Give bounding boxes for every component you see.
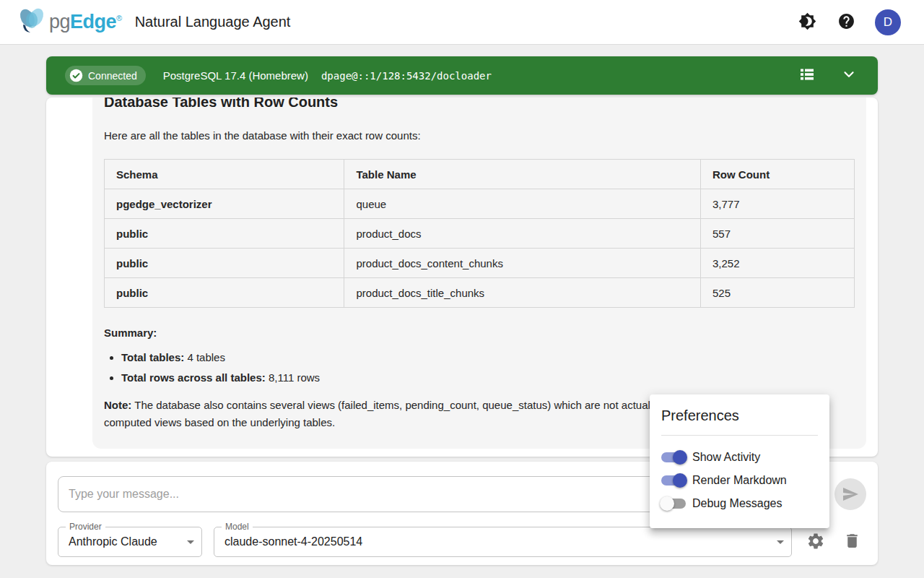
caret-down-icon: [187, 540, 194, 544]
pgedge-logo-mark: [16, 6, 48, 39]
table-name-cell: product_docs: [344, 219, 701, 249]
toggle-label: Debug Messages: [692, 497, 783, 510]
divider: [661, 435, 818, 436]
provider-select-value: Anthropic Claude: [69, 535, 157, 548]
app-header: pgEdge® Natural Language Agent D: [0, 0, 924, 45]
table-row: public product_docs_title_chunks 525: [105, 278, 855, 308]
model-select-value: claude-sonnet-4-20250514: [225, 535, 362, 548]
pgedge-logo: pgEdge®: [16, 6, 122, 39]
row-count-cell: 525: [700, 278, 854, 308]
check-circle-icon: [69, 69, 83, 82]
summary-heading: Summary:: [104, 327, 855, 339]
message-intro: Here are all the tables in the database …: [104, 128, 855, 143]
column-header-row-count: Row Count: [700, 160, 854, 189]
provider-select-label: Provider: [66, 522, 105, 532]
schema-cell: public: [105, 278, 344, 308]
pgedge-logo-text: pgEdge®: [49, 11, 122, 33]
preferences-title: Preferences: [661, 407, 818, 424]
row-count-cell: 3,777: [700, 189, 854, 219]
query-list-button[interactable]: [797, 66, 817, 86]
toggle-render-markdown[interactable]: Render Markdown: [661, 469, 818, 492]
toggle-switch[interactable]: [661, 473, 686, 488]
caret-down-icon: [777, 540, 784, 544]
summary-list: Total tables: 4 tables Total rows across…: [121, 348, 855, 388]
row-count-cell: 3,252: [700, 249, 854, 278]
trash-icon: [843, 532, 861, 552]
row-count-cell: 557: [700, 219, 854, 249]
gear-icon: [806, 532, 825, 553]
row-counts-table: Schema Table Name Row Count pgedge_vecto…: [104, 159, 855, 308]
preferences-popup: Preferences Show Activity Render Markdow…: [650, 394, 829, 528]
schema-cell: pgedge_vectorizer: [105, 189, 344, 219]
list-icon: [798, 66, 816, 85]
help-button[interactable]: [836, 12, 856, 33]
page-title: Natural Language Agent: [135, 14, 291, 30]
table-row: public product_docs_content_chunks 3,252: [105, 249, 855, 278]
send-button[interactable]: [834, 478, 866, 510]
table-row: public product_docs 557: [105, 219, 855, 249]
toggle-label: Show Activity: [692, 451, 760, 464]
connection-status-badge: Connected: [65, 66, 146, 85]
send-icon: [842, 486, 859, 503]
clear-chat-button[interactable]: [837, 527, 866, 556]
header-actions: D: [797, 9, 901, 35]
message-heading: Database Tables with Row Counts: [104, 98, 855, 112]
toggle-show-activity[interactable]: Show Activity: [661, 446, 818, 469]
dark-mode-icon: [798, 12, 816, 33]
collapse-connection-button[interactable]: [839, 66, 859, 86]
connection-string-text: dpage@::1/128:5432/docloader: [321, 70, 492, 82]
theme-toggle-button[interactable]: [797, 12, 817, 33]
help-icon: [837, 12, 855, 33]
chevron-down-icon: [841, 66, 857, 85]
table-name-cell: queue: [344, 189, 701, 219]
preferences-button[interactable]: [801, 527, 830, 556]
user-avatar[interactable]: D: [875, 9, 901, 35]
model-select[interactable]: Model claude-sonnet-4-20250514: [214, 527, 792, 557]
provider-select[interactable]: Provider Anthropic Claude: [58, 527, 202, 557]
toggle-debug-messages[interactable]: Debug Messages: [661, 492, 818, 515]
table-row: pgedge_vectorizer queue 3,777: [105, 189, 855, 219]
model-select-label: Model: [222, 522, 253, 532]
toggle-switch[interactable]: [661, 496, 686, 511]
table-name-cell: product_docs_content_chunks: [344, 249, 701, 278]
connection-status-text: Connected: [88, 70, 137, 82]
toggle-label: Render Markdown: [692, 474, 787, 487]
schema-cell: public: [105, 249, 344, 278]
connection-bar: Connected PostgreSQL 17.4 (Homebrew) dpa…: [46, 56, 878, 95]
server-version-text: PostgreSQL 17.4 (Homebrew): [163, 69, 308, 82]
column-header-table-name: Table Name: [344, 160, 701, 189]
list-item: Total tables: 4 tables: [121, 348, 855, 368]
table-name-cell: product_docs_title_chunks: [344, 278, 701, 308]
table-header-row: Schema Table Name Row Count: [105, 160, 855, 189]
schema-cell: public: [105, 219, 344, 249]
column-header-schema: Schema: [105, 160, 344, 189]
list-item: Total rows across all tables: 8,111 rows: [121, 368, 855, 388]
toggle-switch[interactable]: [661, 450, 686, 465]
